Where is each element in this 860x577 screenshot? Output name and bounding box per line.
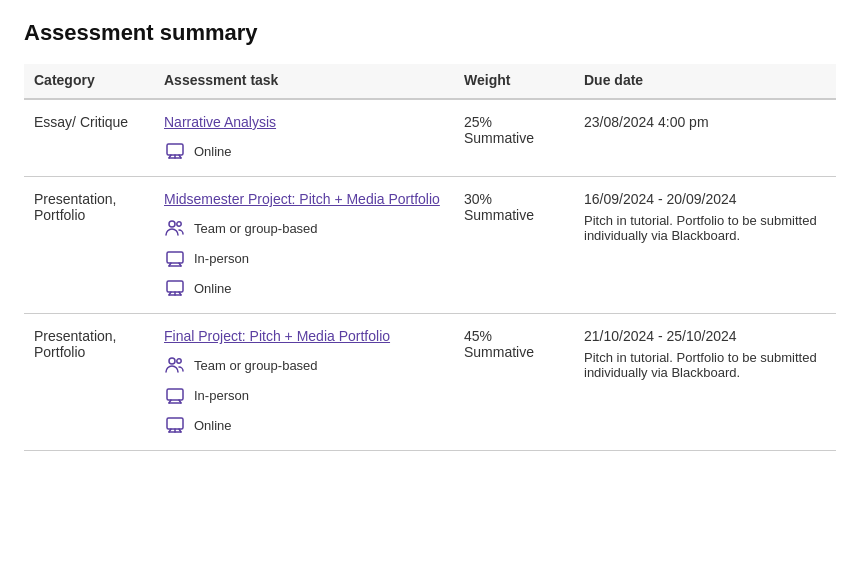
svg-point-5 <box>169 221 175 227</box>
svg-rect-0 <box>167 144 183 155</box>
table-row: Presentation, PortfolioFinal Project: Pi… <box>24 314 836 451</box>
row-1-task: Midsemester Project: Pitch + Media Portf… <box>154 177 454 314</box>
row-0-weight: 25%Summative <box>454 99 574 177</box>
inperson-icon <box>164 384 186 406</box>
row-2-category: Presentation, Portfolio <box>24 314 154 451</box>
mode-online-label: Online <box>194 418 232 433</box>
table-row: Presentation, PortfolioMidsemester Proje… <box>24 177 836 314</box>
svg-rect-7 <box>167 252 183 263</box>
row-0-category: Essay/ Critique <box>24 99 154 177</box>
row-2-due-date: 21/10/2024 - 25/10/2024 <box>584 328 826 344</box>
header-due: Due date <box>574 64 836 99</box>
row-0-task-link[interactable]: Narrative Analysis <box>164 114 276 130</box>
mode-inperson-label: In-person <box>194 388 249 403</box>
row-2-due-note: Pitch in tutorial. Portfolio to be submi… <box>584 350 826 380</box>
team-icon <box>164 354 186 376</box>
page-title: Assessment summary <box>24 20 836 46</box>
row-2-weight: 45%Summative <box>454 314 574 451</box>
row-1-due: 16/09/2024 - 20/09/2024Pitch in tutorial… <box>574 177 836 314</box>
row-1-task-link[interactable]: Midsemester Project: Pitch + Media Portf… <box>164 191 440 207</box>
mode-team: Team or group-based <box>164 217 444 239</box>
svg-rect-11 <box>167 281 183 292</box>
header-task: Assessment task <box>154 64 454 99</box>
row-1-due-note: Pitch in tutorial. Portfolio to be submi… <box>584 213 826 243</box>
row-1-category: Presentation, Portfolio <box>24 177 154 314</box>
row-0-due-date: 23/08/2024 4:00 pm <box>584 114 826 130</box>
svg-point-6 <box>177 222 181 226</box>
assessment-table: Category Assessment task Weight Due date… <box>24 64 836 451</box>
svg-rect-18 <box>167 389 183 400</box>
mode-online-label: Online <box>194 281 232 296</box>
mode-online-label: Online <box>194 144 232 159</box>
mode-online: Online <box>164 414 444 436</box>
row-2-due: 21/10/2024 - 25/10/2024Pitch in tutorial… <box>574 314 836 451</box>
row-1-due-date: 16/09/2024 - 20/09/2024 <box>584 191 826 207</box>
row-0-task: Narrative Analysis Online <box>154 99 454 177</box>
svg-point-17 <box>177 359 181 363</box>
row-2-task: Final Project: Pitch + Media Portfolio T… <box>154 314 454 451</box>
mode-inperson: In-person <box>164 247 444 269</box>
online-icon <box>164 414 186 436</box>
svg-point-16 <box>169 358 175 364</box>
mode-team-label: Team or group-based <box>194 221 318 236</box>
mode-inperson: In-person <box>164 384 444 406</box>
mode-inperson-label: In-person <box>194 251 249 266</box>
row-1-weight: 30%Summative <box>454 177 574 314</box>
mode-online: Online <box>164 277 444 299</box>
row-0-due: 23/08/2024 4:00 pm <box>574 99 836 177</box>
header-category: Category <box>24 64 154 99</box>
mode-team-label: Team or group-based <box>194 358 318 373</box>
online-icon <box>164 277 186 299</box>
table-row: Essay/ CritiqueNarrative Analysis Online… <box>24 99 836 177</box>
header-weight: Weight <box>454 64 574 99</box>
inperson-icon <box>164 247 186 269</box>
svg-rect-22 <box>167 418 183 429</box>
team-icon <box>164 217 186 239</box>
online-icon <box>164 140 186 162</box>
mode-team: Team or group-based <box>164 354 444 376</box>
mode-online: Online <box>164 140 444 162</box>
row-2-task-link[interactable]: Final Project: Pitch + Media Portfolio <box>164 328 390 344</box>
